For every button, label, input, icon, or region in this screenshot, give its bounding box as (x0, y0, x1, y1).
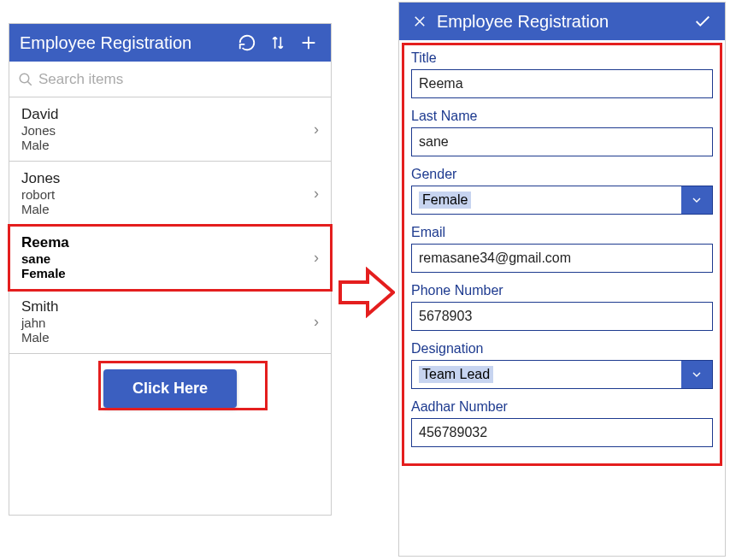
item-first: Smith (21, 298, 314, 315)
arrow-right-icon (339, 267, 395, 318)
form-title: Employee Registration (433, 12, 687, 32)
item-last: robort (21, 187, 314, 202)
form-body: Title Last Name Gender Female Email Phon… (399, 40, 725, 457)
item-gender: Male (21, 202, 314, 216)
search-input[interactable] (38, 71, 322, 88)
email-field[interactable] (411, 244, 713, 273)
list-item[interactable]: David Jones Male › (9, 97, 331, 162)
item-first: Jones (21, 170, 314, 187)
chevron-right-icon: › (314, 121, 319, 139)
search-icon (18, 72, 33, 87)
click-here-button[interactable]: Click Here (103, 369, 237, 408)
gender-label: Gender (411, 167, 713, 182)
list-header: Employee Registration (9, 24, 331, 62)
chevron-right-icon: › (314, 249, 319, 267)
aadhar-label: Aadhar Number (411, 399, 713, 415)
employee-list: David Jones Male › Jones robort Male › R… (9, 97, 331, 354)
item-last: jahn (21, 315, 314, 330)
item-first: David (21, 106, 314, 123)
chevron-down-icon (681, 186, 712, 214)
item-last: Jones (21, 123, 314, 138)
list-title: Employee Registration (16, 33, 232, 53)
add-icon[interactable] (293, 27, 324, 58)
chevron-right-icon: › (314, 185, 319, 203)
svg-point-0 (20, 74, 29, 83)
designation-label: Designation (411, 341, 713, 357)
form-header: Employee Registration (399, 3, 725, 40)
chevron-down-icon (681, 361, 712, 388)
gender-value: Female (419, 192, 471, 209)
item-gender: Male (21, 330, 314, 345)
email-label: Email (411, 225, 713, 240)
sort-icon[interactable] (262, 27, 293, 58)
form-panel: Employee Registration Title Last Name Ge… (398, 2, 726, 557)
phone-label: Phone Number (411, 283, 713, 298)
list-item[interactable]: Jones robort Male › (9, 162, 331, 226)
list-panel: Employee Registration David Jones Male ›… (9, 23, 332, 516)
close-icon[interactable] (406, 6, 433, 37)
list-item[interactable]: Reema sane Female › (9, 226, 331, 290)
confirm-icon[interactable] (687, 6, 718, 37)
item-first: Reema (21, 234, 314, 251)
item-last: sane (21, 251, 314, 266)
item-gender: Female (21, 266, 314, 280)
aadhar-field[interactable] (411, 418, 713, 447)
chevron-right-icon: › (314, 313, 319, 331)
lastname-field[interactable] (411, 127, 713, 156)
list-item[interactable]: Smith jahn Male › (9, 290, 331, 354)
title-field[interactable] (411, 69, 713, 98)
phone-field[interactable] (411, 302, 713, 331)
button-row: Click Here (9, 354, 331, 408)
item-gender: Male (21, 138, 314, 152)
lastname-label: Last Name (411, 109, 713, 124)
title-label: Title (411, 50, 713, 66)
designation-value: Team Lead (419, 366, 493, 383)
designation-select[interactable]: Team Lead (411, 360, 713, 389)
search-bar (9, 62, 331, 97)
refresh-icon[interactable] (232, 27, 262, 58)
gender-select[interactable]: Female (411, 186, 713, 215)
